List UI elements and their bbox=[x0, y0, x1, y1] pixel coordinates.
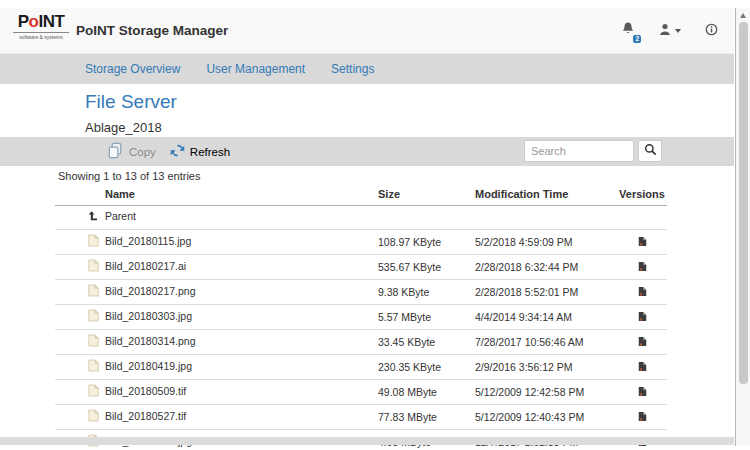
scrollbar-thumb[interactable] bbox=[739, 22, 748, 384]
vertical-scrollbar[interactable] bbox=[735, 8, 750, 446]
file-modified: 5/2/2018 4:59:09 PM bbox=[475, 230, 617, 255]
scroll-up-icon[interactable] bbox=[740, 13, 746, 18]
file-modified: 4/4/2014 9:34:14 AM bbox=[475, 305, 617, 330]
file-name[interactable]: Bild_20180303.jpg bbox=[105, 310, 192, 322]
table-row[interactable]: Bild_20180527.tif 77.83 MByte 5/12/2009 … bbox=[55, 405, 667, 430]
file-size: 49.08 MByte bbox=[378, 380, 475, 405]
file-name[interactable]: Bild_20180509.tif bbox=[105, 385, 186, 397]
notification-badge: 2 bbox=[633, 35, 641, 43]
logo: PoINT software & systems bbox=[13, 13, 69, 40]
search-button[interactable] bbox=[638, 140, 662, 162]
logo-dot: o bbox=[29, 12, 39, 31]
app-window: PoINT software & systems PoINT Storage M… bbox=[0, 0, 734, 450]
file-modified: 5/12/2009 12:42:58 PM bbox=[475, 380, 617, 405]
versions-icon[interactable] bbox=[638, 286, 647, 300]
file-size: 9.38 KByte bbox=[378, 280, 475, 305]
app-title: PoINT Storage Manager bbox=[76, 8, 228, 53]
notifications-button[interactable]: 2 bbox=[621, 21, 635, 40]
file-icon bbox=[88, 384, 99, 400]
refresh-label: Refresh bbox=[190, 146, 230, 158]
file-size: 108.97 KByte bbox=[378, 230, 475, 255]
table-row[interactable]: Bild_20180217.png 9.38 KByte 2/28/2018 5… bbox=[55, 280, 667, 305]
table-row[interactable]: Bild_20180419.jpg 230.35 KByte 2/9/2016 … bbox=[55, 355, 667, 380]
column-header-modified[interactable]: Modification Time bbox=[475, 184, 617, 206]
file-icon bbox=[88, 409, 99, 425]
file-icon bbox=[88, 284, 99, 300]
file-name[interactable]: Bild_20180314.png bbox=[105, 335, 196, 347]
header-bar: PoINT software & systems PoINT Storage M… bbox=[0, 8, 734, 54]
file-icon bbox=[88, 334, 99, 350]
logo-text: PoINT bbox=[13, 13, 69, 31]
file-size: 230.35 KByte bbox=[378, 355, 475, 380]
file-name[interactable]: Bild_20180527.tif bbox=[105, 410, 186, 422]
header-icons: 2 bbox=[621, 8, 718, 53]
file-name[interactable]: Bild_20180115.jpg bbox=[105, 235, 191, 247]
table-row[interactable]: Bild_20180314.png 33.45 KByte 7/28/2017 … bbox=[55, 330, 667, 355]
column-header-versions[interactable]: Versions bbox=[617, 184, 667, 206]
nav-storage-overview[interactable]: Storage Overview bbox=[85, 62, 180, 76]
caret-down-icon bbox=[675, 29, 681, 33]
copy-label: Copy bbox=[129, 146, 156, 158]
level-up-icon bbox=[88, 210, 99, 225]
versions-icon[interactable] bbox=[638, 336, 647, 350]
search-group bbox=[524, 140, 662, 162]
table-row[interactable]: Bild_20180217.ai 535.67 KByte 2/28/2018 … bbox=[55, 255, 667, 280]
nav-user-management[interactable]: User Management bbox=[206, 62, 305, 76]
info-button[interactable] bbox=[705, 22, 718, 40]
main-nav: Storage Overview User Management Setting… bbox=[0, 54, 734, 84]
versions-icon[interactable] bbox=[638, 411, 647, 425]
versions-icon[interactable] bbox=[638, 361, 647, 375]
column-header-name[interactable]: Name bbox=[55, 184, 378, 206]
file-name[interactable]: Bild_20180419.jpg bbox=[105, 360, 192, 372]
copy-icon bbox=[107, 142, 124, 161]
file-size: 77.83 MByte bbox=[378, 405, 475, 430]
file-name[interactable]: Bild_20180217.ai bbox=[105, 260, 186, 272]
file-icon bbox=[88, 234, 99, 250]
file-icon bbox=[88, 309, 99, 325]
versions-icon[interactable] bbox=[638, 236, 647, 250]
current-folder: Ablage_2018 bbox=[85, 120, 162, 135]
search-icon bbox=[644, 143, 657, 159]
file-modified: 2/28/2018 5:52:01 PM bbox=[475, 280, 617, 305]
entries-summary: Showing 1 to 13 of 13 entries bbox=[58, 170, 200, 182]
file-modified: 2/28/2018 6:32:44 PM bbox=[475, 255, 617, 280]
parent-row[interactable]: Parent bbox=[55, 206, 667, 230]
versions-icon[interactable] bbox=[638, 311, 647, 325]
file-icon bbox=[88, 259, 99, 275]
column-header-size[interactable]: Size bbox=[378, 184, 475, 206]
user-menu-button[interactable] bbox=[659, 22, 681, 40]
refresh-button[interactable]: Refresh bbox=[170, 143, 230, 160]
page-title: File Server bbox=[85, 92, 177, 112]
table-header-row: Name Size Modification Time Versions bbox=[55, 184, 667, 206]
file-modified: 5/12/2009 12:40:43 PM bbox=[475, 405, 617, 430]
file-size: 5.57 MByte bbox=[378, 305, 475, 330]
table-row[interactable]: Bild_20180303.jpg 5.57 MByte 4/4/2014 9:… bbox=[55, 305, 667, 330]
file-table: Name Size Modification Time Versions Par… bbox=[55, 184, 667, 450]
logo-caption: software & systems bbox=[13, 32, 69, 40]
refresh-icon bbox=[170, 143, 185, 160]
versions-icon[interactable] bbox=[638, 386, 647, 400]
file-modified: 7/28/2017 10:56:46 AM bbox=[475, 330, 617, 355]
file-modified: 2/9/2016 3:56:12 PM bbox=[475, 355, 617, 380]
parent-label[interactable]: Parent bbox=[105, 210, 136, 222]
table-row[interactable]: Bild_20180115.jpg 108.97 KByte 5/2/2018 … bbox=[55, 230, 667, 255]
copy-button[interactable]: Copy bbox=[107, 142, 156, 161]
file-size: 33.45 KByte bbox=[378, 330, 475, 355]
file-name[interactable]: Bild_20180217.png bbox=[105, 285, 196, 297]
file-size: 535.67 KByte bbox=[378, 255, 475, 280]
info-icon bbox=[705, 22, 718, 40]
table-row[interactable]: Bild_20180509.tif 49.08 MByte 5/12/2009 … bbox=[55, 380, 667, 405]
nav-settings[interactable]: Settings bbox=[331, 62, 374, 76]
search-input[interactable] bbox=[524, 140, 634, 162]
user-icon bbox=[659, 22, 671, 40]
file-icon bbox=[88, 359, 99, 375]
horizontal-scrollbar[interactable] bbox=[0, 437, 734, 445]
versions-icon[interactable] bbox=[638, 261, 647, 275]
toolbar: Copy Refresh bbox=[0, 137, 734, 166]
